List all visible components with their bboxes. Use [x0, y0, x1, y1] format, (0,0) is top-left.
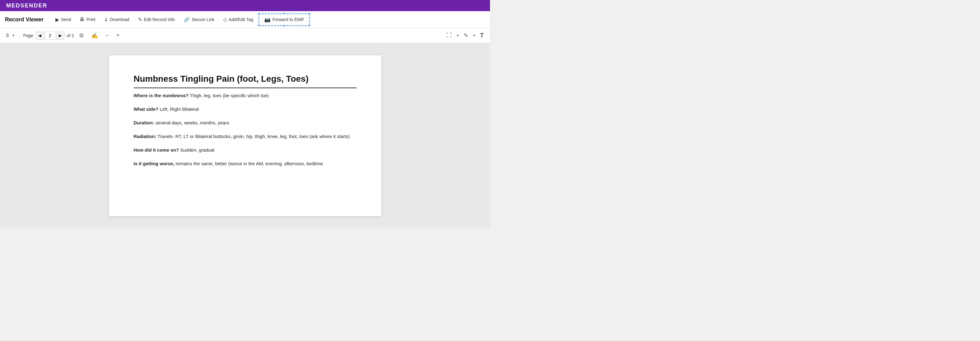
- forward-emr-wrapper: 📷 Forward to EMR: [260, 15, 308, 24]
- toolbar-right: ⛶ ▼ ✎ ▼ T: [444, 31, 486, 40]
- edit-icon: ✎: [138, 17, 142, 22]
- svg-point-2: [283, 13, 285, 14]
- print-icon: 🖶: [80, 17, 84, 22]
- send-icon: ▶: [56, 17, 59, 22]
- grid-view-button[interactable]: ∃: [4, 31, 11, 40]
- section-2-text: Left, Right Bilateral: [159, 106, 199, 112]
- doc-section-4: Radiation: Travels- RT, LT or Bilateral …: [134, 133, 356, 140]
- pen-tool-dropdown[interactable]: ▼: [472, 32, 476, 38]
- pan-button[interactable]: ✍: [89, 31, 100, 40]
- section-1-label: Where is the numbness?: [134, 93, 189, 98]
- top-header: MEDSENDER: [0, 0, 490, 11]
- prev-page-button[interactable]: ◀: [36, 32, 44, 40]
- edit-record-info-button[interactable]: ✎ Edit Record Info: [134, 15, 179, 24]
- zoom-out-button[interactable]: −: [103, 31, 111, 40]
- view-dropdown-button[interactable]: ▼: [11, 32, 16, 38]
- zoom-in-button[interactable]: +: [114, 31, 122, 40]
- view-toggle: ∃ ▼: [4, 31, 16, 40]
- page-label: Page: [23, 33, 33, 38]
- download-button[interactable]: ⇓ Download: [100, 15, 134, 24]
- send-button[interactable]: ▶ Send: [51, 15, 76, 24]
- toolbar-divider-1: [19, 31, 19, 40]
- section-6-label: Is it getting worse,: [134, 161, 175, 166]
- svg-point-6: [309, 25, 310, 26]
- image-tool-button[interactable]: ⛶: [444, 31, 454, 40]
- svg-point-4: [258, 25, 259, 26]
- doc-section-3: Duration: several days, weeks, months, y…: [134, 119, 356, 127]
- document-title: Numbness Tingling Pain (foot, Legs, Toes…: [134, 74, 356, 88]
- main-toolbar: Record Viewer ▶ Send 🖶 Print ⇓ Download …: [0, 11, 490, 28]
- svg-point-5: [283, 25, 285, 26]
- pen-tool-button[interactable]: ✎: [461, 31, 471, 40]
- section-1-text: Thigh, leg, toes (be specific which toe): [189, 93, 269, 98]
- section-6-text: remains the same, better (worse in the A…: [174, 161, 323, 166]
- image-tool-dropdown[interactable]: ▼: [456, 32, 460, 38]
- text-tool-button[interactable]: T: [477, 31, 486, 40]
- brand-logo: MEDSENDER: [6, 3, 47, 9]
- section-3-text: several days, weeks, months, years: [154, 120, 229, 125]
- section-4-text: Travels- RT, LT or Bilateral buttocks, g…: [156, 134, 350, 139]
- page-number-input[interactable]: [45, 32, 56, 40]
- document-page: Numbness Tingling Pain (foot, Legs, Toes…: [109, 56, 381, 216]
- content-area: Numbness Tingling Pain (foot, Legs, Toes…: [0, 43, 490, 229]
- svg-point-1: [258, 13, 259, 14]
- doc-section-2: What side? Left, Right Bilateral: [134, 106, 356, 113]
- total-pages: of 2: [67, 33, 74, 38]
- section-5-label: How did it come on?: [134, 147, 179, 152]
- next-page-button[interactable]: ▶: [56, 32, 64, 40]
- page-toolbar: ∃ ▼ Page ◀ ▶ of 2 ⚙ ✍ − + ⛶ ▼ ✎ ▼ T: [0, 28, 490, 43]
- page-title: Record Viewer: [5, 16, 44, 23]
- settings-button[interactable]: ⚙: [76, 31, 86, 40]
- doc-section-1: Where is the numbness? Thigh, leg, toes …: [134, 92, 356, 99]
- doc-section-6: Is it getting worse, remains the same, b…: [134, 160, 356, 167]
- section-3-label: Duration:: [134, 120, 154, 125]
- section-4-label: Radiation:: [134, 134, 156, 139]
- svg-point-3: [309, 13, 310, 14]
- page-navigation: ◀ ▶: [36, 32, 64, 40]
- section-2-label: What side?: [134, 106, 159, 112]
- download-icon: ⇓: [104, 17, 108, 22]
- tag-icon: ◇: [223, 17, 227, 22]
- link-icon: 🔗: [183, 17, 190, 22]
- secure-link-button[interactable]: 🔗 Secure Link: [179, 15, 219, 24]
- add-edit-tag-button[interactable]: ◇ Add/Edit Tag: [219, 15, 258, 24]
- forward-to-emr-button[interactable]: 📷 Forward to EMR: [260, 15, 308, 24]
- section-5-text: Sudden, gradual: [179, 147, 214, 152]
- doc-section-5: How did it come on? Sudden, gradual: [134, 146, 356, 154]
- print-button[interactable]: 🖶 Print: [75, 15, 100, 24]
- monitor-icon: 📷: [264, 17, 270, 22]
